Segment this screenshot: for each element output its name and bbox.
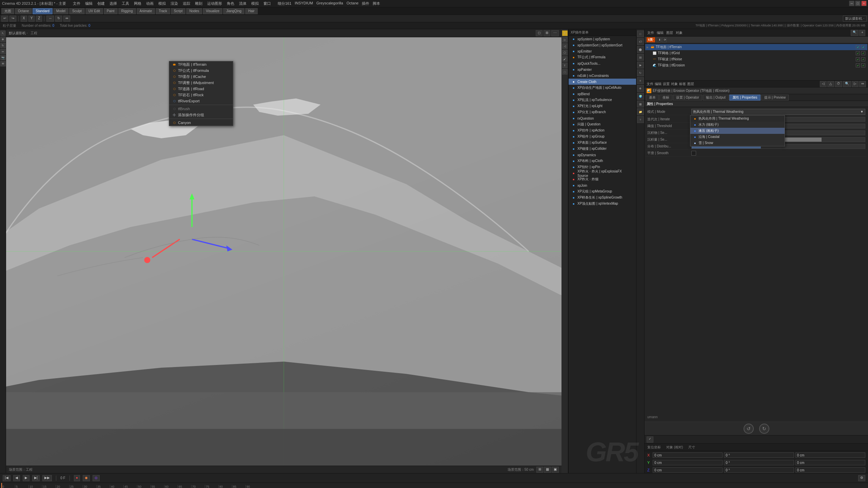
rv-material-icon[interactable]: ⬤ bbox=[637, 46, 644, 53]
menu-item-insydium[interactable]: INSYDIUM bbox=[295, 1, 313, 6]
prop-nav-back[interactable]: ◁ bbox=[820, 81, 827, 87]
xp-item-formula[interactable]: ■ TF公式 | tfFormula bbox=[569, 54, 636, 60]
prop-search[interactable]: 🔍 bbox=[843, 81, 851, 87]
xp-item-group[interactable]: ■ XP组件 | xpGroup bbox=[569, 134, 636, 140]
coord-z-angle[interactable]: 0 ° bbox=[724, 467, 794, 473]
tree-item-tfgrid[interactable]: ⬜ TF网格 | tfGrid ✓ ✓ bbox=[645, 50, 867, 56]
coord-x-size[interactable]: 0 cm bbox=[795, 452, 865, 458]
xp-item-systemsort[interactable]: ■ xpSystemSort | xpSystemSort bbox=[569, 42, 636, 48]
xp-item-light[interactable]: ■ XP灯光 | xpLight bbox=[569, 103, 636, 109]
tab-sculpt[interactable]: Sculpt bbox=[69, 8, 85, 14]
dropdown-item-tfterrain[interactable]: 🏔 TF地面 | tfTerrain bbox=[169, 61, 233, 67]
prop-tab-properties[interactable]: 属性 | Properties bbox=[729, 95, 761, 101]
prop-header-object[interactable]: 对象 bbox=[671, 82, 678, 86]
prop-tab-operator[interactable]: 设置 | Operator bbox=[673, 95, 702, 101]
tree-item-tferosion[interactable]: 🌊 TF侵蚀 | tfErosion ✓ ✓ bbox=[645, 62, 867, 68]
dropdown-item-tfriverexport[interactable]: ⬡ tfRiverExport bbox=[169, 98, 233, 104]
rv-layer-icon[interactable]: ▤ bbox=[637, 54, 644, 61]
prop-tab-output[interactable]: 输出 | Output bbox=[703, 95, 729, 101]
rv-render-icon[interactable]: ▶ bbox=[637, 62, 644, 68]
vp-btn-options[interactable]: ⋯ bbox=[551, 30, 559, 36]
obj-header-file[interactable]: 文件 bbox=[647, 30, 654, 35]
tl-goto-end[interactable]: ▶▶ bbox=[42, 475, 52, 481]
prop-header-edit[interactable]: 编辑 bbox=[655, 82, 662, 86]
dropdown-item-tfformula[interactable]: ⬡ TF公式 | tfFormula bbox=[169, 67, 233, 74]
menu-item-simulate[interactable]: 模拟 bbox=[158, 1, 166, 6]
dropdown-item-canyon[interactable]: ⬡ Canyon bbox=[169, 120, 233, 126]
xp-item-action[interactable]: ■ XP控件 | xpAction bbox=[569, 127, 636, 134]
coord-y-size[interactable]: 0 cm bbox=[795, 460, 865, 465]
xp-item-system[interactable]: ■ xpSystem | xpSystem bbox=[569, 36, 636, 42]
menu-item-sculpt[interactable]: 雕刻 bbox=[195, 1, 202, 6]
dropdown-item-tfadjustment[interactable]: ⬡ TF调整 | tfAdjustment bbox=[169, 80, 233, 86]
menu-item-track[interactable]: 追踪 bbox=[183, 1, 190, 6]
xp-item-cellauto[interactable]: ■ XP自动生产地面 | xpCellAuto bbox=[569, 85, 636, 91]
timeline-playhead[interactable] bbox=[1, 483, 2, 488]
mid-icon-5[interactable]: 🖌 bbox=[562, 56, 568, 62]
mode-option-snow[interactable]: ■ 雪 | Snow bbox=[690, 140, 785, 146]
dropdown-item-tfcache[interactable]: ⬡ TF缓存 | tfCache bbox=[169, 74, 233, 80]
xp-item-collider[interactable]: ■ XP碰撞 | xpCollider bbox=[569, 146, 636, 152]
mid-icon-3[interactable]: ◁ bbox=[562, 43, 568, 49]
minimize-btn[interactable]: ─ bbox=[849, 1, 854, 6]
tl-record-3[interactable]: ◎ bbox=[93, 475, 100, 481]
prop-tab-preview[interactable]: 提示 | Preview bbox=[761, 95, 789, 101]
tree-tfterrain-check[interactable]: ✓ bbox=[856, 45, 860, 49]
tree-tfgrid-check[interactable]: ✓ bbox=[856, 51, 860, 55]
viewport-canvas[interactable]: 场景范围：50 cm 🏔 TF地面 | tfTerrain ⬡ TF公式 | t… bbox=[6, 37, 561, 466]
rv-tag-icon[interactable]: 🏷 bbox=[637, 38, 644, 45]
menu-item-sim[interactable]: 模拟 bbox=[251, 1, 259, 6]
menu-item-gsg[interactable]: Greyscalegorilla bbox=[316, 1, 343, 6]
menu-item-mograph[interactable]: 运动图形 bbox=[207, 1, 222, 6]
tab-script[interactable]: Script bbox=[171, 8, 186, 14]
xp-item-blend[interactable]: ■ xpBlend bbox=[569, 91, 636, 97]
tree-tferosion-vis[interactable]: ✓ bbox=[861, 63, 865, 67]
xp-item-emitter[interactable]: ■ xpEmitter bbox=[569, 48, 636, 54]
tab-light[interactable]: 光图 bbox=[1, 8, 14, 14]
rv-scene-icon[interactable]: 🌍 bbox=[637, 93, 644, 100]
xp-item-question[interactable]: ■ 问题 | Question bbox=[569, 121, 636, 127]
menu-item-octane[interactable]: Octane bbox=[347, 1, 358, 6]
xp-item-join[interactable]: ■ xpJoin bbox=[569, 182, 636, 188]
tab-octane[interactable]: Octane bbox=[15, 8, 32, 14]
prop-smooth-checkbox[interactable] bbox=[691, 151, 696, 156]
obj-header-objects[interactable]: 对象 bbox=[676, 30, 683, 35]
menu-item-file[interactable]: 文件 bbox=[73, 1, 80, 6]
coord-x-value[interactable]: 0 cm bbox=[653, 452, 723, 458]
coord-y-value[interactable]: 0 cm bbox=[653, 460, 723, 465]
xp-item-dynamics[interactable]: ■ xpDynamics bbox=[569, 152, 636, 158]
tree-tfterrain-vis[interactable]: ✓ bbox=[861, 45, 865, 49]
tab-nodes[interactable]: Nodes bbox=[186, 8, 202, 14]
menu-item-mesh[interactable]: 网格 bbox=[134, 1, 141, 6]
prop-nav-forward[interactable]: ▷ bbox=[852, 81, 859, 87]
prop-tab-basic[interactable]: 基本 bbox=[646, 95, 659, 101]
mid-icon-1[interactable]: T bbox=[562, 30, 568, 36]
xp-item-createcloth[interactable]: ■ Create Cloth bbox=[569, 79, 636, 85]
tab-model[interactable]: Model bbox=[53, 8, 68, 14]
tab-uvedit[interactable]: UV Edit bbox=[85, 8, 103, 14]
tab-rigging[interactable]: Rigging bbox=[118, 8, 136, 14]
menu-item-animate[interactable]: 动画 bbox=[146, 1, 154, 6]
prop-header-layer[interactable]: 图层 bbox=[687, 82, 694, 86]
toolbar-y[interactable]: Y bbox=[28, 16, 35, 22]
toolbar-x[interactable]: X bbox=[21, 16, 27, 22]
prop-footer-btn[interactable]: ✓ bbox=[647, 436, 653, 443]
xp-item-painter[interactable]: ■ xpPainter bbox=[569, 66, 636, 73]
xp-item-branch[interactable]: ■ XP分支 | xpBranch bbox=[569, 109, 636, 115]
mid-icon-7[interactable]: ◌ bbox=[562, 69, 568, 75]
tab-paint[interactable]: Paint bbox=[104, 8, 118, 14]
vp-bottom-btn1[interactable]: ⊞ bbox=[536, 467, 543, 473]
tree-tfnoise-check[interactable]: ✓ bbox=[856, 57, 860, 61]
prop-reset-btn[interactable]: ↺ bbox=[744, 424, 754, 434]
xp-item-rxquestion[interactable]: ■ rxQuestion bbox=[569, 115, 636, 121]
obj-header-edit[interactable]: 编辑 bbox=[657, 30, 664, 35]
menu-item-tools[interactable]: 工具 bbox=[122, 1, 129, 6]
dropdown-item-tfrock[interactable]: ⬡ TF岩石 | tfRock bbox=[169, 92, 233, 98]
dropdown-item-tfroad[interactable]: ⬡ TF道路 | tfRoad bbox=[169, 86, 233, 92]
left-icon-view[interactable]: 👁 bbox=[0, 61, 6, 66]
vp-btn-filter[interactable]: ⊞ bbox=[544, 30, 550, 36]
coord-z-value[interactable]: 0 cm bbox=[653, 467, 723, 473]
vp-btn-display[interactable]: ◻ bbox=[536, 30, 542, 36]
menu-item-render[interactable]: 渲染 bbox=[171, 1, 178, 6]
menu-item-character[interactable]: 角色 bbox=[227, 1, 234, 6]
